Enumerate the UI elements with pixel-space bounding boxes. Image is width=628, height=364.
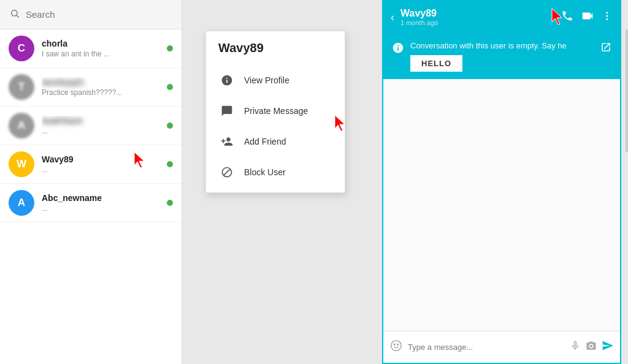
chat-info: tanshyq21 Practice spanish?????... <box>42 77 162 97</box>
avatar: A <box>9 190 34 216</box>
svg-point-5 <box>391 341 402 351</box>
chat-list-panel: C chorla I saw an ant in the ... T tansh… <box>0 0 182 364</box>
context-menu-item-add-friend[interactable]: Add Friend <box>206 126 345 157</box>
chat-preview: ... <box>42 165 162 174</box>
chat-header-status: 1 month ago <box>400 19 561 26</box>
chat-window: ‹ Wavy89 1 month ago <box>382 0 621 364</box>
chat-name: Abc_newname <box>42 193 162 203</box>
svg-point-0 <box>12 10 17 15</box>
context-menu-title: Wavy89 <box>206 41 345 65</box>
chat-info: chorla I saw an ant in the ... <box>42 39 162 58</box>
view-profile-icon <box>218 72 236 89</box>
info-icon <box>392 42 404 57</box>
emoji-button[interactable] <box>389 339 403 355</box>
online-indicator <box>167 200 173 206</box>
avatar: A <box>9 113 34 138</box>
block-user-icon <box>218 164 236 181</box>
context-menu-item-view-profile[interactable]: View Profile <box>206 65 345 96</box>
chat-preview: ... <box>42 127 162 135</box>
chat-preview: ... <box>42 204 162 213</box>
video-icon[interactable] <box>581 9 594 26</box>
avatar: W <box>9 151 34 177</box>
chat-info: Abc_newname ... <box>42 193 162 213</box>
chat-header: ‹ Wavy89 1 month ago <box>383 1 620 33</box>
online-indicator <box>167 161 173 167</box>
svg-point-3 <box>607 15 608 17</box>
back-button[interactable]: ‹ <box>391 11 394 24</box>
search-input[interactable] <box>26 9 172 20</box>
camera-button[interactable] <box>586 340 597 354</box>
avatar: C <box>9 36 34 61</box>
send-button[interactable] <box>602 339 614 355</box>
svg-point-7 <box>397 344 399 345</box>
online-indicator <box>167 45 173 51</box>
online-indicator <box>167 84 173 90</box>
chat-name: tanshyq21 <box>42 77 162 87</box>
external-link-icon[interactable] <box>600 42 611 55</box>
call-icon[interactable] <box>561 10 573 25</box>
search-icon <box>10 9 20 21</box>
chat-name: Wavy89 <box>42 154 162 164</box>
context-menu: Wavy89 View Profile Private Message Add … <box>205 31 345 193</box>
svg-point-4 <box>607 18 608 20</box>
context-menu-items: View Profile Private Message Add Friend … <box>206 65 345 188</box>
add-friend-icon <box>218 133 236 150</box>
chat-list-item-wavy89[interactable]: W Wavy89 ... <box>0 145 182 184</box>
notice-content: Conversation with this user is empty. Sa… <box>410 40 594 72</box>
chat-preview: I saw an ant in the ... <box>42 50 162 58</box>
menu-item-label: Add Friend <box>244 137 286 146</box>
context-menu-item-block-user[interactable]: Block User <box>206 157 345 188</box>
chat-header-info: Wavy89 1 month ago <box>400 8 561 26</box>
chat-body <box>383 79 620 331</box>
hello-button[interactable]: HELLO <box>410 55 462 72</box>
chat-input-area <box>383 331 620 363</box>
more-options-icon[interactable] <box>602 10 613 25</box>
chat-list-item-tanshyq[interactable]: T tanshyq21 Practice spanish?????... <box>0 68 182 107</box>
chat-info: AadriSant ... <box>42 116 162 135</box>
chat-list-item-aadrisant[interactable]: A AadriSant ... <box>0 107 182 145</box>
menu-item-label: Private Message <box>244 106 308 116</box>
menu-item-label: View Profile <box>244 75 289 85</box>
svg-point-6 <box>394 344 395 345</box>
chat-info: Wavy89 ... <box>42 154 162 174</box>
chat-header-actions <box>561 9 613 26</box>
chat-list-item-abc_newname[interactable]: A Abc_newname ... <box>0 184 182 222</box>
mic-button[interactable] <box>570 340 581 354</box>
chat-list-item-chorla[interactable]: C chorla I saw an ant in the ... <box>0 29 182 68</box>
chat-name: chorla <box>42 39 162 48</box>
notice-text: Conversation with this user is empty. Sa… <box>410 40 594 51</box>
chat-preview: Practice spanish?????... <box>42 88 162 97</box>
svg-line-1 <box>17 15 19 18</box>
svg-point-2 <box>607 12 608 13</box>
chat-list: C chorla I saw an ant in the ... T tansh… <box>0 29 182 222</box>
context-menu-item-private-message[interactable]: Private Message <box>206 96 345 126</box>
avatar: T <box>9 74 34 100</box>
empty-chat-notice: Conversation with this user is empty. Sa… <box>383 33 620 79</box>
scrollbar[interactable] <box>626 29 628 152</box>
online-indicator <box>167 123 173 129</box>
search-bar <box>0 0 182 29</box>
chat-header-name: Wavy89 <box>400 8 561 19</box>
menu-item-label: Block User <box>244 167 286 177</box>
chat-name: AadriSant <box>42 116 162 126</box>
message-input[interactable] <box>408 343 565 352</box>
private-message-icon <box>218 102 236 119</box>
